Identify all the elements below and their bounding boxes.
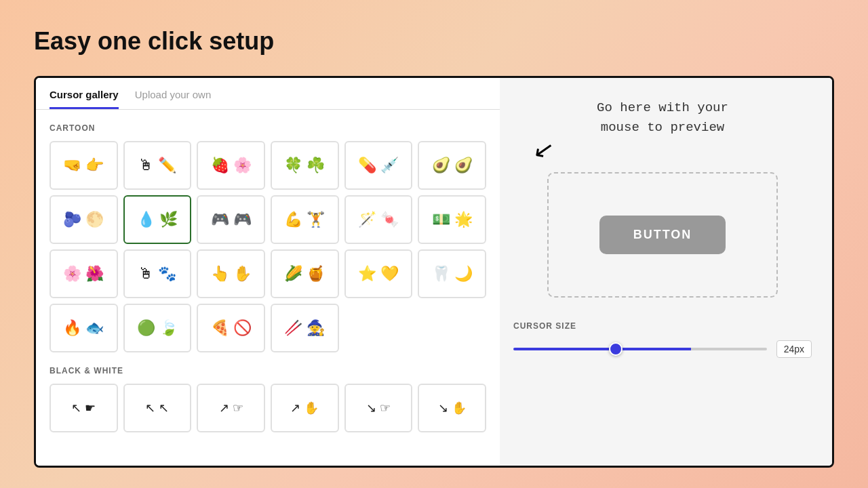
cursor-cell-empty-1 [344, 304, 413, 352]
cursor-cell-point-hand[interactable]: 👆 ✋ [197, 249, 265, 298]
cursor-cell-flower-sparkle[interactable]: 🌸 🌺 [50, 249, 118, 298]
page-title: Easy one click setup [34, 27, 834, 56]
cursor-cell-gamepad[interactable]: 🎮 🎮 [197, 195, 265, 244]
cursor-cell-money-star[interactable]: 💵 🌟 [418, 195, 486, 244]
cursor-cell-cursor-paw[interactable]: 🖱 🐾 [123, 249, 192, 298]
bw-cursor-cell-2[interactable]: ↖ ↖ [123, 384, 192, 432]
cursor-cell-water-leaf[interactable]: 💧 🌿 [123, 195, 192, 244]
cursor-cell-arrow-pencil[interactable]: 🖱 ✏️ [123, 141, 192, 190]
gallery-content: CARTOON 🤜 👉 🖱 ✏️ 🍓 🌸 🍀 ☘️ 💊 💉 🥑 🥑 🫐 🌕 💧 … [36, 110, 500, 466]
cursor-size-label: CURSOR SIZE [513, 321, 812, 331]
cursor-size-value: 24px [776, 340, 812, 358]
cursor-size-slider[interactable] [513, 348, 767, 350]
bw-cursor-cell-1[interactable]: ↖ ☛ [50, 384, 118, 432]
cursor-cell-wand-candy[interactable]: 🪄 🍬 [344, 195, 413, 244]
cartoon-section-label: CARTOON [50, 123, 486, 133]
tab-cursor-gallery[interactable]: Cursor gallery [50, 89, 119, 109]
cursor-cell-avocado[interactable]: 🥑 🥑 [418, 141, 486, 190]
tab-bar: Cursor gallery Upload your own [36, 78, 500, 110]
preview-annotation: Go here with yourmouse to preview [513, 98, 812, 137]
cursor-cell-fire-fish[interactable]: 🔥 🐟 [50, 304, 118, 352]
cursor-cell-dumbbell[interactable]: 💪 🏋 [271, 195, 339, 244]
cursor-cell-chopstick-wizard[interactable]: 🥢 🧙 [271, 304, 339, 352]
cursor-cell-green-leaf[interactable]: 🟢 🍃 [123, 304, 192, 352]
cursor-cell-empty-2 [418, 304, 486, 352]
bw-cursor-cell-3[interactable]: ↗ ☞ [197, 384, 265, 432]
main-window: Cursor gallery Upload your own CARTOON 🤜… [34, 76, 834, 468]
cartoon-cursor-grid: 🤜 👉 🖱 ✏️ 🍓 🌸 🍀 ☘️ 💊 💉 🥑 🥑 🫐 🌕 💧 🌿 🎮 🎮 💪 … [50, 141, 486, 352]
left-panel: Cursor gallery Upload your own CARTOON 🤜… [36, 78, 500, 466]
cursor-cell-pizza-stop[interactable]: 🍕 🚫 [197, 304, 265, 352]
cursor-cell-tooth-moon[interactable]: 🦷 🌙 [418, 249, 486, 298]
cursor-cell-corn-honey[interactable]: 🌽 🍯 [271, 249, 339, 298]
cursor-cell-pill[interactable]: 💊 💉 [344, 141, 413, 190]
cursor-size-section: CURSOR SIZE 24px [513, 321, 812, 358]
cursor-cell-clover[interactable]: 🍀 ☘️ [271, 141, 339, 190]
preview-area[interactable]: BUTTON [547, 172, 778, 298]
bw-cursor-cell-4[interactable]: ↗ ✋ [271, 384, 339, 432]
bw-cursor-grid: ↖ ☛ ↖ ↖ ↗ ☞ ↗ ✋ ↘ ☞ ↘ ✋ [50, 384, 486, 432]
preview-button[interactable]: BUTTON [599, 216, 726, 254]
right-panel: Go here with yourmouse to preview ↙ BUTT… [500, 78, 832, 466]
cursor-cell-strawberry[interactable]: 🍓 🌸 [197, 141, 265, 190]
cursor-cell-star-lemon[interactable]: ⭐ 💛 [344, 249, 413, 298]
tab-upload-own[interactable]: Upload your own [135, 89, 212, 109]
cursor-cell-blueberry-moon[interactable]: 🫐 🌕 [50, 195, 118, 244]
bw-cursor-cell-5[interactable]: ↘ ☞ [344, 384, 413, 432]
cursor-cell-hand-pointer[interactable]: 🤜 👉 [50, 141, 118, 190]
bw-cursor-cell-6[interactable]: ↘ ✋ [418, 384, 486, 432]
size-control: 24px [513, 340, 812, 358]
bw-section-label: BLACK & WHITE [50, 366, 486, 375]
